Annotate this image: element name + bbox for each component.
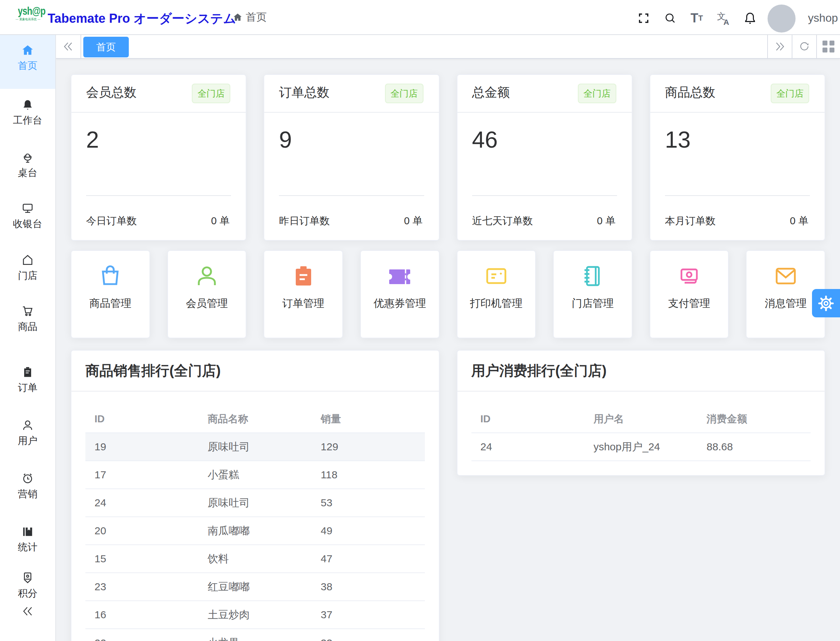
svg-text:A: A [724,18,729,25]
